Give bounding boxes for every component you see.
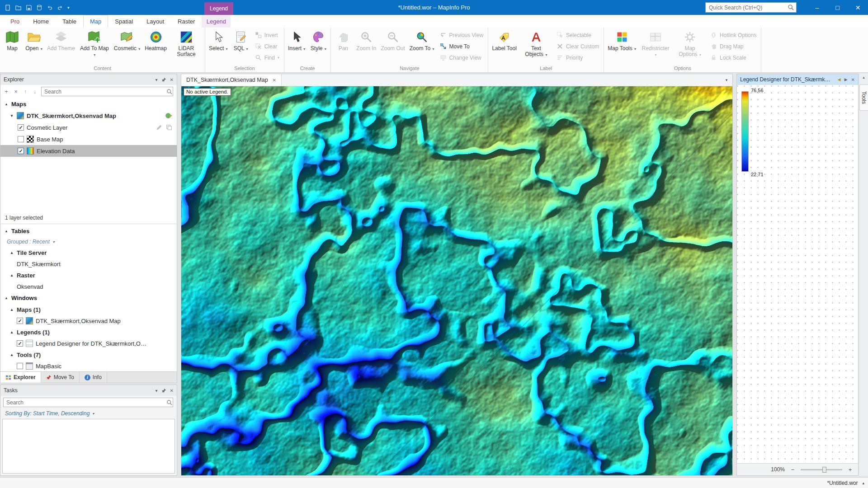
bottom-tab-info[interactable]: i Info (80, 372, 107, 383)
panel-back-icon[interactable]: ◀ (838, 77, 841, 82)
panel-menu-caret[interactable]: ▾ (156, 388, 158, 393)
document-tab-map[interactable]: DTK_Skærmkort,Oksenvad Map ✕ (181, 74, 282, 86)
collapse-icon[interactable]: ▴ (4, 102, 9, 106)
map-viewport[interactable] (181, 86, 732, 475)
tables-icon[interactable] (36, 5, 42, 11)
collapse-icon[interactable]: ▴ (9, 330, 14, 334)
collapse-icon[interactable]: ▴ (9, 250, 14, 255)
zoom-out-button[interactable]: Zoom Out (378, 28, 407, 64)
table-item-dtk[interactable]: DTK_Skærmkort (0, 258, 177, 269)
group-windows-legends[interactable]: ▴ Legends (1) (0, 326, 177, 338)
map-options-button[interactable]: Map Options ▾ (673, 28, 707, 64)
window-item-map[interactable]: ✓ DTK_Skærmkort,Oksenvad Map (0, 315, 177, 326)
map-button[interactable]: Map (1, 28, 23, 64)
tasks-search-input[interactable] (4, 399, 166, 406)
tab-raster[interactable]: Raster (171, 15, 202, 28)
ribbon-collapse-icon[interactable]: ▴ (859, 74, 868, 81)
tab-pro[interactable]: Pro (4, 15, 26, 28)
panel-forward-icon[interactable]: ▶ (844, 77, 848, 82)
panel-menu-caret[interactable]: ▾ (156, 77, 158, 82)
window-checkbox[interactable]: ✓ (17, 318, 23, 324)
panel-close-icon[interactable]: ✕ (170, 388, 174, 393)
zoom-slider-thumb[interactable] (822, 467, 826, 473)
section-maps[interactable]: ▴ Maps (0, 98, 177, 110)
explorer-search[interactable] (41, 87, 173, 96)
hotlink-options-button[interactable]: Hotlink Options (707, 29, 760, 41)
statusbar-expand-icon[interactable]: ▴ (862, 481, 864, 485)
open-workspace-icon[interactable] (15, 5, 22, 11)
close-button[interactable]: ✕ (848, 0, 868, 15)
collapse-icon[interactable]: ▴ (9, 352, 14, 357)
label-tool-button[interactable]: Label Tool (490, 28, 519, 64)
explorer-search-input[interactable] (42, 89, 166, 95)
find-button[interactable]: Find ▾ (252, 52, 283, 63)
zoom-in-button[interactable]: Zoom In (354, 28, 378, 64)
undo-icon[interactable] (47, 5, 53, 11)
cosmetic-button[interactable]: Cosmetic ▾ (112, 28, 142, 64)
grouped-by-selector[interactable]: Grouped : Recent ▾ (0, 237, 177, 247)
tab-map[interactable]: Map (83, 15, 108, 28)
layer-row-cosmetic[interactable]: ✓ Cosmetic Layer (0, 122, 177, 133)
tab-list-caret[interactable]: ▾ (721, 74, 732, 86)
window-checkbox[interactable]: ✓ (17, 340, 23, 347)
move-to-button[interactable]: Move To (437, 41, 487, 52)
tab-table[interactable]: Table (56, 15, 83, 28)
bottom-tab-explorer[interactable]: Explorer (0, 372, 41, 383)
window-checkbox[interactable] (17, 363, 23, 369)
tasks-search[interactable] (3, 398, 173, 407)
group-windows-maps[interactable]: ▴ Maps (1) (0, 304, 177, 315)
pin-icon[interactable] (161, 77, 166, 82)
zoom-out-button[interactable]: − (789, 466, 797, 474)
style-button[interactable]: Style ▾ (307, 28, 329, 64)
drag-map-button[interactable]: Drag Map (707, 41, 760, 52)
panel-close-icon[interactable]: ✕ (170, 77, 174, 82)
close-tab-icon[interactable]: ✕ (273, 78, 276, 83)
heatmap-button[interactable]: Heatmap (142, 28, 169, 64)
invert-button[interactable]: Invert (252, 29, 283, 41)
collapse-icon[interactable]: ▴ (4, 229, 9, 233)
insert-button[interactable]: Insert ▾ (286, 28, 307, 64)
move-up-icon[interactable]: ↑ (22, 89, 28, 95)
group-windows-tools[interactable]: ▴ Tools (7) (0, 349, 177, 361)
map-canvas[interactable] (181, 86, 732, 475)
remove-item-icon[interactable]: × (13, 89, 19, 95)
zoom-to-button[interactable]: Zoom To ▾ (407, 28, 437, 64)
search-icon[interactable] (788, 4, 794, 11)
cosmetic-layer-checkbox[interactable]: ✓ (18, 124, 24, 131)
bottom-tab-move-to[interactable]: Move To (41, 372, 80, 383)
change-view-button[interactable]: Change View (437, 52, 487, 63)
redistricter-button[interactable]: Redistricter ▾ (638, 28, 673, 64)
collapse-icon[interactable]: ▴ (9, 273, 14, 277)
tab-home[interactable]: Home (26, 15, 56, 28)
add-to-map-button[interactable]: Add To Map ▾ (77, 28, 112, 64)
minimize-button[interactable]: – (807, 0, 827, 15)
tree-node-map[interactable]: ▾ DTK_Skærmkort,Oksenvad Map (0, 110, 177, 122)
quick-search[interactable] (705, 2, 797, 13)
group-tile-server[interactable]: ▴ Tile Server (0, 247, 177, 258)
table-item-oksenvad[interactable]: Oksenvad (0, 281, 177, 292)
customize-qat-caret[interactable]: ▾ (67, 5, 70, 10)
priority-button[interactable]: Priority (553, 52, 602, 63)
edit-pencil-icon[interactable] (156, 124, 162, 131)
elevation-layer-checkbox[interactable]: ✓ (18, 148, 24, 154)
lidar-surface-button[interactable]: LiDAR Surface (169, 28, 203, 64)
previous-view-button[interactable]: Previous View (437, 29, 487, 41)
window-item-legend[interactable]: ✓ Legend Designer for DTK_Skærmkort,Okse… (0, 338, 177, 349)
layer-row-elevation[interactable]: ✓ Elevation Data (0, 145, 177, 157)
legend-canvas[interactable]: 76,56 22,71 (737, 85, 858, 463)
selectable-button[interactable]: Selectable (553, 29, 602, 41)
expand-icon[interactable]: ▾ (9, 113, 14, 118)
redo-icon[interactable] (57, 5, 63, 11)
modify-map-icon[interactable] (165, 112, 172, 119)
collapse-icon[interactable]: ▴ (9, 307, 14, 312)
text-objects-button[interactable]: Text Objects ▾ (519, 28, 553, 64)
collapse-icon[interactable]: ▴ (4, 296, 9, 300)
group-raster[interactable]: ▴ Raster (0, 269, 177, 281)
select-button[interactable]: Select ▾ (207, 28, 230, 64)
pan-button[interactable]: Pan (332, 28, 354, 64)
tasks-sorting-selector[interactable]: Sorting By: Start Time, Descending ▾ (0, 409, 177, 418)
sql-button[interactable]: SQL ▾ (230, 28, 252, 64)
open-button[interactable]: Open ▾ (23, 28, 45, 64)
section-windows[interactable]: ▴ Windows (0, 292, 177, 304)
quick-search-input[interactable] (706, 3, 788, 12)
